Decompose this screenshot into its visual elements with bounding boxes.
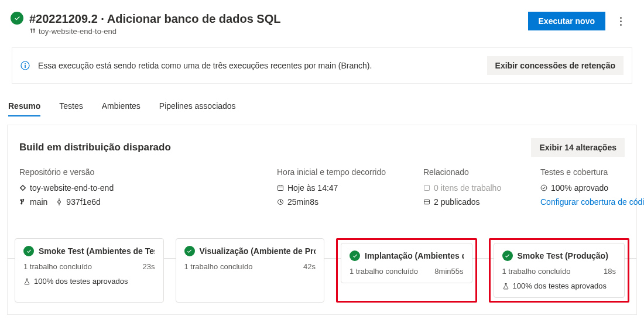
- workitem-icon: [423, 184, 430, 191]
- stage-title: Smoke Test (Produção): [502, 250, 616, 261]
- svg-point-3: [58, 201, 61, 204]
- start-time: Hoje às 14:47: [277, 183, 394, 193]
- stage-jobs: 1 trabalho concluído: [23, 262, 92, 271]
- summary-meta: Repositório e versão toy-website-end-to-…: [8, 167, 636, 221]
- summary-card: Build em distribuição disparado Exibir 1…: [7, 125, 637, 315]
- flask-icon: [502, 283, 509, 290]
- meta-time: Hora inicial e tempo decorrido Hoje às 1…: [277, 167, 394, 207]
- stage-highlight: Smoke Test (Produção)1 trabalho concluíd…: [489, 238, 630, 303]
- stage-title: Visualização (Ambiente de Pro ...: [184, 246, 316, 256]
- tab-summary[interactable]: Resumo: [8, 101, 40, 116]
- stage-duration: 23s: [143, 262, 155, 271]
- retention-leases-button[interactable]: Exibir concessões de retenção: [487, 56, 624, 75]
- meta-tests: Testes e cobertura 100% aprovado Configu…: [540, 167, 625, 207]
- stage-title: Smoke Test (Ambientes de Teste: [23, 246, 155, 256]
- work-items: 0 itens de trabalho: [423, 183, 511, 193]
- svg-rect-6: [424, 186, 430, 191]
- stage-card[interactable]: Smoke Test (Produção)1 trabalho concluíd…: [494, 243, 625, 298]
- commit-icon: [56, 198, 63, 205]
- repo-icon: [19, 184, 26, 191]
- svg-point-1: [25, 63, 26, 64]
- more-menu-button[interactable]: [611, 12, 630, 30]
- run-new-button[interactable]: Executar novo: [528, 12, 605, 30]
- branch-icon: [19, 198, 26, 205]
- branch-commit[interactable]: main 937f1e6d: [19, 197, 154, 207]
- svg-rect-4: [278, 186, 283, 190]
- run-header: #20221209.2 · Adicionar banco de dados S…: [0, 0, 644, 38]
- artifact-icon: [423, 198, 430, 205]
- svg-point-8: [541, 185, 547, 191]
- tests-approved: 100% aprovado: [540, 183, 625, 193]
- run-tabs: Resumo Testes Ambientes Pipelines associ…: [0, 84, 644, 116]
- stage-jobs: 1 trabalho concluído: [502, 267, 571, 276]
- meta-repo: Repositório e versão toy-website-end-to-…: [19, 167, 154, 207]
- configure-coverage-link[interactable]: Configurar cobertura de código: [540, 197, 625, 207]
- stage-duration: 42s: [303, 262, 316, 271]
- retention-bar: Essa execução está sendo retida como uma…: [12, 47, 632, 84]
- repo-name[interactable]: toy-website-end-to-end: [19, 183, 154, 193]
- stages-strip: Smoke Test (Ambientes de Teste1 trabalho…: [8, 221, 636, 314]
- success-icon: [502, 250, 513, 261]
- stage-duration: 8min55s: [434, 267, 463, 276]
- meta-related: Relacionado 0 itens de trabalho 2 public…: [423, 167, 511, 207]
- pipeline-name[interactable]: toy-website-end-to-end: [29, 27, 528, 36]
- stage-jobs: 1 trabalho concluído: [184, 262, 253, 271]
- run-title: #20221209.2 · Adicionar banco de dados S…: [29, 12, 528, 26]
- svg-rect-2: [25, 65, 26, 68]
- show-changes-button[interactable]: Exibir 14 alterações: [531, 138, 625, 157]
- duration: 25min8s: [277, 197, 394, 207]
- calendar-icon: [277, 184, 284, 191]
- stage-duration: 18s: [604, 267, 616, 276]
- retention-message: Essa execução está sendo retida como uma…: [38, 61, 479, 70]
- stage-tests: 100% dos testes aprovados: [502, 281, 616, 290]
- stage-tests: 100% dos testes aprovados: [23, 277, 155, 286]
- tab-associated-pipelines[interactable]: Pipelines associados: [159, 101, 236, 116]
- stage-jobs: 1 trabalho concluído: [350, 267, 418, 276]
- tab-tests[interactable]: Testes: [59, 101, 83, 116]
- clock-icon: [277, 198, 284, 205]
- info-icon: [20, 61, 30, 70]
- stage-card[interactable]: Visualização (Ambiente de Pro ...1 traba…: [176, 238, 325, 303]
- svg-rect-7: [424, 200, 430, 204]
- check-icon: [540, 184, 547, 191]
- stage-highlight: Implantação (Ambientes de P...1 trabalho…: [336, 238, 477, 303]
- stage-card[interactable]: Implantação (Ambientes de P...1 trabalho…: [341, 243, 472, 283]
- success-icon: [11, 12, 23, 25]
- success-icon: [184, 246, 195, 256]
- summary-heading: Build em distribuição disparado: [19, 142, 531, 153]
- pipeline-icon: [29, 28, 36, 35]
- success-icon: [350, 250, 360, 261]
- stage-title: Implantação (Ambientes de P...: [350, 250, 464, 261]
- flask-icon: [23, 278, 30, 285]
- published-artifacts[interactable]: 2 publicados: [423, 197, 511, 207]
- success-icon: [23, 246, 34, 256]
- tab-environments[interactable]: Ambientes: [102, 101, 141, 116]
- stage-card[interactable]: Smoke Test (Ambientes de Teste1 trabalho…: [15, 238, 164, 303]
